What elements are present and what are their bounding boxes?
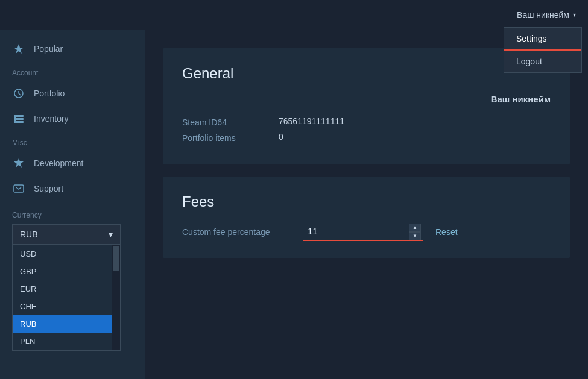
steamid-value: 76561191111111 bbox=[279, 116, 344, 126]
currency-section: Currency RUB ▾ USD GBP EUR CHF RUB PLN bbox=[0, 201, 145, 360]
svg-rect-4 bbox=[14, 115, 16, 123]
currency-label: Currency bbox=[12, 211, 133, 219]
portfolio-items-row: Portfolio items 0 bbox=[182, 132, 551, 143]
portfolio-icon bbox=[12, 87, 25, 100]
scrollbar-thumb bbox=[113, 246, 119, 271]
general-username-row: Ваш никнейм bbox=[182, 94, 551, 104]
sidebar-item-label: Support bbox=[34, 184, 63, 193]
fee-spinner: ▲ ▼ bbox=[409, 224, 421, 240]
portfolio-items-value: 0 bbox=[279, 132, 283, 142]
custom-fee-input[interactable] bbox=[303, 222, 423, 241]
reset-button[interactable]: Reset bbox=[435, 227, 458, 237]
logout-menu-item[interactable]: Logout bbox=[504, 51, 581, 72]
currency-option-eur[interactable]: EUR bbox=[13, 280, 120, 298]
content-area: General Ваш никнейм Steam ID64 765611911… bbox=[145, 30, 588, 379]
custom-fee-label: Custom fee percentage bbox=[182, 227, 291, 237]
currency-option-usd[interactable]: USD bbox=[13, 245, 120, 263]
fees-row: Custom fee percentage ▲ ▼ Reset bbox=[182, 222, 551, 241]
sidebar-item-portfolio[interactable]: Portfolio bbox=[0, 81, 145, 106]
fee-increment-button[interactable]: ▲ bbox=[409, 224, 421, 232]
development-icon bbox=[12, 157, 25, 170]
portfolio-items-label: Portfolio items bbox=[182, 132, 279, 143]
currency-select-wrapper: RUB ▾ USD GBP EUR CHF RUB PLN bbox=[12, 224, 133, 351]
fee-decrement-button[interactable]: ▼ bbox=[409, 232, 421, 240]
settings-menu-item[interactable]: Settings bbox=[504, 28, 581, 51]
user-menu-trigger[interactable]: Ваш никнейм ▾ bbox=[517, 10, 576, 20]
popular-icon bbox=[12, 42, 25, 55]
main-layout: Popular Account Portfolio Inven bbox=[0, 30, 588, 379]
general-username-value: Ваш никнейм bbox=[491, 94, 551, 104]
steamid-label: Steam ID64 bbox=[182, 116, 279, 127]
account-section-label: Account bbox=[0, 61, 145, 81]
sidebar-item-development[interactable]: Development bbox=[0, 151, 145, 176]
currency-select[interactable]: RUB ▾ bbox=[12, 224, 121, 245]
fee-input-wrapper: ▲ ▼ bbox=[303, 222, 423, 241]
fees-section: Fees Custom fee percentage ▲ ▼ Reset bbox=[163, 177, 570, 258]
sidebar-item-support[interactable]: Support bbox=[0, 176, 145, 201]
steamid-row: Steam ID64 76561191111111 bbox=[182, 116, 551, 127]
svg-marker-5 bbox=[14, 158, 24, 168]
support-icon bbox=[12, 182, 25, 195]
sidebar-item-label: Popular bbox=[34, 44, 63, 54]
svg-rect-6 bbox=[14, 185, 24, 192]
currency-option-chf[interactable]: CHF bbox=[13, 298, 120, 315]
currency-scrollbar[interactable] bbox=[112, 245, 120, 350]
sidebar-item-inventory[interactable]: Inventory bbox=[0, 106, 145, 131]
sidebar-item-label: Development bbox=[34, 158, 84, 168]
sidebar-item-label: Portfolio bbox=[34, 89, 65, 98]
currency-option-gbp[interactable]: GBP bbox=[13, 263, 120, 280]
user-dropdown-menu: Settings Logout bbox=[504, 27, 582, 73]
inventory-icon bbox=[12, 112, 25, 125]
username-display: Ваш никнейм bbox=[517, 10, 569, 20]
sidebar-item-popular[interactable]: Popular bbox=[0, 36, 145, 61]
currency-option-rub[interactable]: RUB bbox=[13, 315, 120, 333]
general-title: General bbox=[182, 65, 551, 82]
misc-section-label: Misc bbox=[0, 131, 145, 151]
currency-dropdown: USD GBP EUR CHF RUB PLN bbox=[12, 245, 121, 351]
fees-title: Fees bbox=[182, 193, 551, 210]
currency-selected-value: RUB bbox=[20, 230, 38, 239]
sidebar-item-label: Inventory bbox=[34, 114, 69, 124]
currency-option-pln[interactable]: PLN bbox=[13, 333, 120, 350]
currency-chevron-icon: ▾ bbox=[109, 230, 113, 239]
chevron-down-icon: ▾ bbox=[573, 11, 576, 18]
sidebar: Popular Account Portfolio Inven bbox=[0, 30, 145, 379]
topbar: Ваш никнейм ▾ Settings Logout bbox=[0, 0, 588, 30]
